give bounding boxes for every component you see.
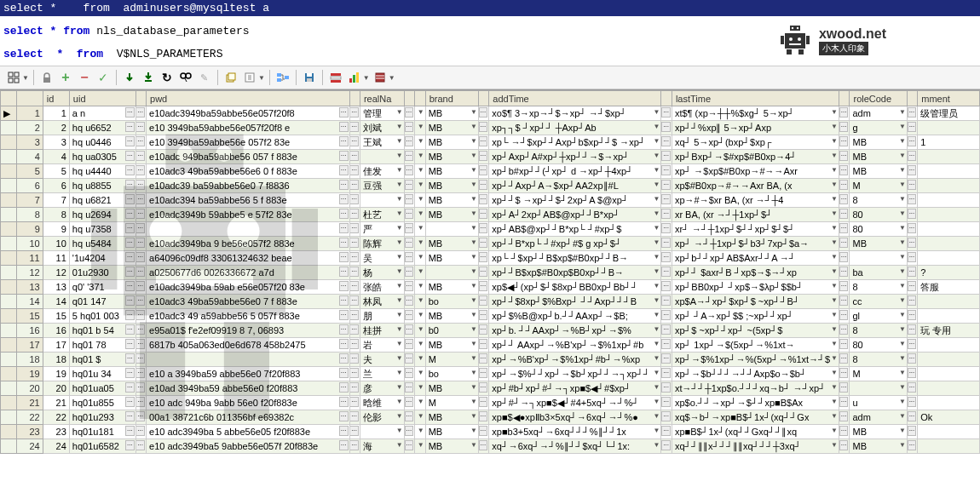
row-indicator[interactable] (1, 222, 17, 237)
dropdown-icon[interactable]: ▼ (470, 340, 477, 347)
ellipsis-icon[interactable]: ··· (135, 382, 145, 393)
cell[interactable]: ··· (404, 367, 414, 381)
cell-uid[interactable]: hq01u 34··· (69, 367, 135, 381)
cell-brand[interactable]: MB▼ (425, 164, 478, 179)
cell-rolecode[interactable]: 80▼ (850, 338, 907, 353)
ellipsis-icon[interactable]: ··· (479, 324, 488, 335)
dropdown-icon[interactable]: ▼ (831, 296, 838, 304)
dropdown-icon[interactable]: ▼ (831, 195, 838, 203)
ellipsis-icon[interactable]: ··· (479, 223, 488, 233)
row-number[interactable]: 12 (16, 266, 43, 280)
dropdown-icon[interactable]: ▼ (654, 209, 660, 217)
cell-brand[interactable]: ▼ (425, 266, 478, 280)
ellipsis-icon[interactable]: ··· (661, 180, 671, 190)
cell[interactable]: ··· (661, 280, 672, 295)
row-indicator[interactable] (1, 150, 17, 164)
row-indicator[interactable] (1, 338, 17, 353)
dropdown-icon[interactable]: ▼ (363, 74, 370, 82)
cell-brand[interactable]: M▼ (425, 396, 478, 410)
cell-mment[interactable]: Ok (918, 410, 980, 425)
table-row[interactable]: 33hq u0446······e10 3949ba59abbe56e 057f… (1, 135, 980, 150)
cell[interactable]: ··· (839, 439, 850, 454)
ellipsis-icon[interactable]: ··· (405, 426, 414, 436)
table-row[interactable]: 1111 '1u4204······a64096c09df8 330613246… (1, 251, 980, 266)
cell-pwd[interactable]: e95a01$ f'e2ef09919 8 7, 06893··· (147, 324, 349, 338)
row-number[interactable]: 15 (16, 309, 43, 324)
ellipsis-icon[interactable]: ··· (339, 151, 349, 161)
dropdown-icon[interactable]: ▼ (418, 311, 424, 318)
cell-rolecode[interactable]: 8▼ (850, 280, 907, 295)
cell[interactable]: ··· (661, 338, 672, 353)
ellipsis-icon[interactable]: ··· (125, 165, 135, 175)
dropdown-icon[interactable]: ▼ (654, 282, 660, 289)
row-indicator[interactable] (1, 324, 17, 338)
dropdown-icon[interactable]: ▼ (654, 369, 660, 376)
cell[interactable]: ··· (661, 396, 672, 410)
dropdown-icon[interactable]: ▼ (418, 253, 424, 261)
cell[interactable]: ··· (907, 439, 917, 454)
cell[interactable]: ··· (404, 439, 414, 454)
cell-brand[interactable]: M▼ (425, 353, 478, 367)
ellipsis-icon[interactable]: ··· (135, 194, 145, 204)
row-indicator[interactable] (1, 237, 17, 251)
ellipsis-icon[interactable]: ··· (661, 238, 671, 248)
cell[interactable]: ▼ (415, 179, 425, 193)
cell-pwd[interactable]: e10adc3949ba59abbe56e057f20f8··· (147, 106, 349, 121)
cell[interactable]: ··· (135, 237, 146, 251)
dropdown-icon[interactable]: ▼ (470, 195, 477, 203)
ellipsis-icon[interactable]: ··· (349, 267, 359, 277)
dropdown-icon[interactable]: ▼ (899, 427, 906, 434)
cell[interactable]: ··· (349, 295, 360, 309)
cell[interactable]: ··· (661, 324, 672, 338)
dropdown-icon[interactable]: ▼ (899, 340, 906, 347)
cell-id[interactable]: 11 (43, 251, 69, 266)
cell[interactable]: ··· (135, 353, 146, 367)
cell-uid[interactable]: hq u0446··· (69, 135, 135, 150)
cell-addtime[interactable]: xp■b3+5xq┘→6xq┘┘┘%∥┘┘1x▼ (489, 425, 661, 439)
dropdown-icon[interactable]: ▼ (899, 181, 906, 188)
row-indicator[interactable] (1, 280, 17, 295)
ellipsis-icon[interactable]: ··· (405, 440, 414, 450)
cell-pwd[interactable]: e10 3949ba59abbe56e057f20f8 e··· (147, 121, 349, 135)
cell[interactable]: ▼ (415, 121, 425, 135)
cell-uid[interactable]: hq u6821··· (69, 193, 135, 208)
ellipsis-icon[interactable]: ··· (839, 267, 849, 277)
column-header[interactable] (404, 91, 414, 106)
dropdown-icon[interactable]: ▼ (899, 253, 906, 261)
dropdown-icon[interactable]: ▼ (470, 166, 477, 174)
ellipsis-icon[interactable]: ··· (405, 411, 414, 421)
cell-realname[interactable]: 夫▼ (360, 353, 404, 367)
dropdown-icon[interactable]: ▼ (418, 238, 424, 246)
save-button[interactable] (301, 69, 318, 86)
cell-pwd[interactable]: e10 adc3949ba5 9abbe56e057f 20f883e··· (147, 439, 349, 454)
cell[interactable]: ··· (839, 237, 850, 251)
row-indicator[interactable] (1, 135, 17, 150)
dropdown-icon[interactable]: ▼ (654, 224, 660, 232)
row-number[interactable]: 5 (16, 164, 43, 179)
dropdown-icon[interactable]: ▼ (470, 383, 477, 391)
cell[interactable]: ··· (478, 208, 488, 222)
ellipsis-icon[interactable]: ··· (405, 180, 414, 190)
cell-addtime[interactable]: xo$¶ 3→xp→┘$→xp┘ →┘$xp┘▼ (489, 106, 661, 121)
row-number[interactable]: 3 (16, 135, 43, 150)
ellipsis-icon[interactable]: ··· (908, 324, 917, 335)
dropdown-icon[interactable]: ▼ (396, 238, 403, 246)
row-number[interactable]: 2 (16, 121, 43, 135)
cell[interactable]: ··· (839, 338, 850, 353)
cell-realname[interactable]: 刘斌▼ (360, 121, 404, 135)
row-number[interactable]: 16 (16, 324, 43, 338)
cell[interactable]: ··· (349, 179, 360, 193)
ellipsis-icon[interactable]: ··· (349, 252, 359, 262)
ellipsis-icon[interactable]: ··· (908, 295, 917, 306)
dropdown-icon[interactable]: ▼ (899, 282, 906, 289)
cell[interactable]: ··· (478, 222, 488, 237)
ellipsis-icon[interactable]: ··· (908, 339, 917, 349)
cell-pwd[interactable]: 00a1 38721c6b 011356bf e69382c··· (147, 410, 349, 425)
dropdown-icon[interactable]: ▼ (470, 325, 477, 333)
dropdown-icon[interactable]: ▼ (831, 238, 838, 246)
cell-uid[interactable]: hq u8855··· (69, 179, 135, 193)
ellipsis-icon[interactable]: ··· (339, 426, 349, 436)
cell[interactable]: ··· (661, 193, 672, 208)
ellipsis-icon[interactable]: ··· (339, 180, 349, 190)
cell-mment[interactable] (918, 353, 980, 367)
